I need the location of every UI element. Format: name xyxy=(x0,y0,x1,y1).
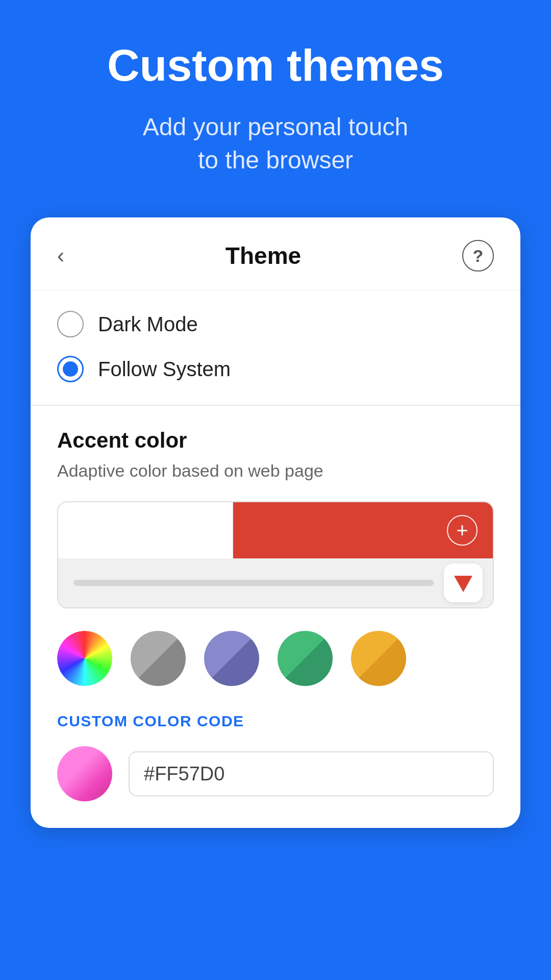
theme-options-section: Dark Mode Follow System xyxy=(31,290,520,406)
swatch-rainbow[interactable] xyxy=(57,631,112,686)
custom-color-row xyxy=(57,746,494,801)
custom-color-code-label: CUSTOM COLOR CODE xyxy=(57,713,494,730)
card-header: ‹ Theme ? xyxy=(31,217,520,290)
help-button[interactable]: ? xyxy=(462,240,494,272)
hero-title: Custom themes xyxy=(107,41,444,90)
svg-marker-0 xyxy=(454,576,472,592)
swatch-green[interactable] xyxy=(278,631,333,686)
swatch-gray[interactable] xyxy=(131,631,186,686)
follow-system-radio[interactable] xyxy=(57,356,84,382)
follow-system-option[interactable]: Follow System xyxy=(57,356,494,382)
swatch-yellow[interactable] xyxy=(351,631,406,686)
accent-color-description: Adaptive color based on web page xyxy=(57,461,494,481)
dark-mode-label: Dark Mode xyxy=(98,313,198,336)
custom-color-swatch xyxy=(57,746,112,801)
color-slider-top: + xyxy=(58,502,493,558)
dark-mode-option[interactable]: Dark Mode xyxy=(57,311,494,337)
slider-white-section xyxy=(58,502,233,558)
accent-color-section: Accent color Adaptive color based on web… xyxy=(31,406,520,828)
color-slider-container[interactable]: + xyxy=(57,501,494,608)
theme-card: ‹ Theme ? Dark Mode Follow System Accent… xyxy=(31,217,520,828)
color-slider-track[interactable] xyxy=(73,580,434,586)
vivaldi-icon xyxy=(452,572,474,594)
follow-system-label: Follow System xyxy=(98,358,231,381)
swatches-row xyxy=(57,631,494,686)
color-slider-bottom xyxy=(58,558,493,607)
vivaldi-logo xyxy=(444,564,483,602)
radio-selected-indicator xyxy=(63,361,78,377)
swatch-purple[interactable] xyxy=(204,631,259,686)
slider-red-section[interactable]: + xyxy=(233,502,493,558)
page-title: Theme xyxy=(226,242,301,270)
back-button[interactable]: ‹ xyxy=(57,245,64,266)
color-hex-input[interactable] xyxy=(129,751,494,796)
add-color-button[interactable]: + xyxy=(447,515,478,546)
hero-subtitle: Add your personal touchto the browser xyxy=(143,111,408,177)
dark-mode-radio[interactable] xyxy=(57,311,84,337)
accent-color-title: Accent color xyxy=(57,428,494,453)
